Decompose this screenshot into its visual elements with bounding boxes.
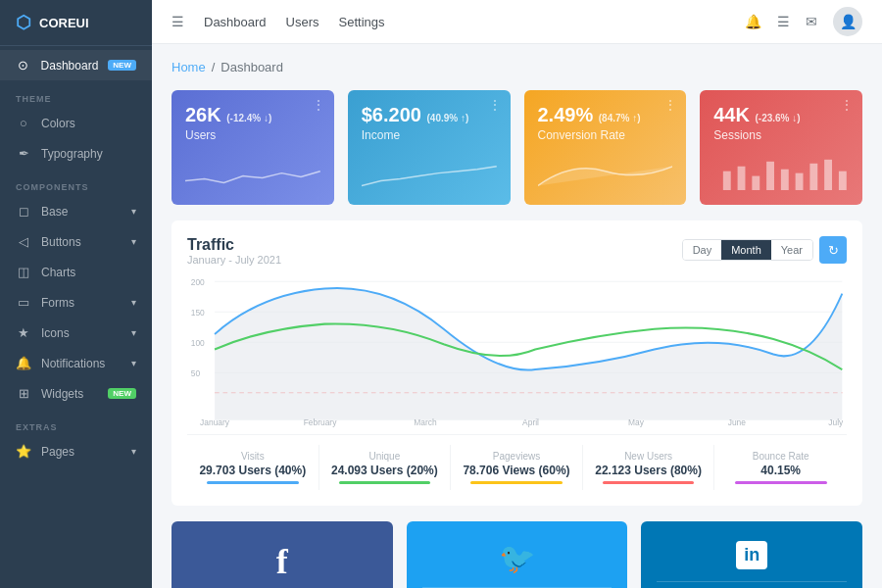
sidebar-item-base[interactable]: ◻ Base ▾ [0, 196, 152, 226]
nav-settings[interactable]: Settings [339, 15, 385, 29]
sidebar-charts-label: Charts [41, 266, 75, 279]
svg-text:April: April [522, 416, 539, 426]
sidebar-item-forms[interactable]: ▭ Forms ▾ [0, 287, 152, 318]
sidebar-dashboard-label: Dashboard [41, 59, 99, 73]
stat-card-users: ⋮ 26K (-12.4% ↓) Users [172, 90, 334, 205]
hamburger-icon[interactable]: ☰ [172, 14, 184, 29]
pageviews-value: 78.706 Views (60%) [451, 464, 582, 477]
widgets-badge: NEW [108, 388, 136, 399]
sidebar: ⬡ COREUI ⊙ Dashboard NEW THEME ○ Colors … [0, 0, 152, 588]
traffic-section: Traffic January - July 2021 Day Month Ye… [172, 220, 862, 506]
pageviews-label: Pageviews [451, 451, 582, 462]
list-icon[interactable]: ☰ [777, 14, 790, 29]
svg-text:50: 50 [191, 368, 200, 378]
sidebar-notifications-label: Notifications [41, 357, 105, 370]
traffic-chart: 200 150 100 50 [187, 273, 847, 430]
traffic-subtitle: January - July 2021 [187, 254, 281, 266]
year-button[interactable]: Year [771, 240, 812, 260]
sidebar-item-pages[interactable]: ⭐ Pages ▾ [0, 436, 152, 466]
buttons-arrow: ▾ [131, 236, 136, 247]
sidebar-colors-label: Colors [41, 117, 75, 130]
sidebar-item-widgets[interactable]: ⊞ Widgets NEW [0, 378, 152, 409]
sidebar-forms-label: Forms [41, 296, 74, 310]
svg-rect-2 [753, 176, 760, 191]
users-card-menu[interactable]: ⋮ [313, 98, 324, 112]
mail-icon[interactable]: ✉ [806, 14, 817, 29]
pages-arrow: ▾ [131, 446, 136, 457]
icons-arrow: ▾ [131, 327, 136, 338]
sidebar-icons-label: Icons [41, 326, 70, 340]
traffic-header: Traffic January - July 2021 Day Month Ye… [187, 236, 847, 266]
topnav-right: 🔔 ☰ ✉ 👤 [745, 7, 862, 36]
base-icon: ◻ [16, 204, 31, 219]
sidebar-item-charts[interactable]: ◫ Charts [0, 257, 152, 287]
day-button[interactable]: Day [683, 240, 722, 260]
stat-new-users: New Users 22.123 Users (80%) [583, 445, 715, 490]
sessions-card-menu[interactable]: ⋮ [841, 98, 853, 112]
sidebar-typography-label: Typography [41, 147, 103, 161]
stat-bounce-rate: Bounce Rate 40.15% [714, 445, 847, 490]
refresh-button[interactable]: ↻ [819, 236, 847, 264]
conversion-card-menu[interactable]: ⋮ [664, 98, 676, 112]
chart-stats: Visits 29.703 Users (40%) Unique 24.093 … [187, 434, 847, 490]
logo-icon: ⬡ [16, 12, 31, 33]
new-users-value: 22.123 Users (80%) [583, 464, 714, 477]
income-label: Income [362, 128, 497, 142]
income-card-menu[interactable]: ⋮ [489, 98, 501, 112]
sessions-value: 44K (-23.6% ↓) [713, 104, 849, 126]
base-arrow: ▾ [131, 206, 136, 217]
stat-unique: Unique 24.093 Users (20%) [319, 445, 452, 490]
bounce-rate-bar [735, 481, 827, 484]
sidebar-item-icons[interactable]: ★ Icons ▾ [0, 318, 152, 348]
forms-icon: ▭ [16, 295, 31, 310]
svg-rect-3 [766, 162, 774, 191]
content-area: Home / Dashboard ⋮ 26K (-12.4% ↓) Users … [152, 44, 882, 588]
sidebar-item-buttons[interactable]: ◁ Buttons ▾ [0, 226, 152, 257]
sidebar-pages-label: Pages [41, 445, 74, 459]
sidebar-item-colors[interactable]: ○ Colors [0, 108, 152, 138]
svg-rect-8 [839, 172, 847, 191]
linkedin-icon: in [736, 541, 767, 569]
sidebar-item-notifications[interactable]: 🔔 Notifications ▾ [0, 348, 152, 378]
charts-icon: ◫ [16, 265, 31, 279]
svg-text:March: March [414, 416, 436, 426]
bounce-rate-value: 40.15% [714, 464, 847, 477]
twitter-card: 🐦 973k Followers 1.792 Tweets [407, 521, 628, 588]
stat-cards: ⋮ 26K (-12.4% ↓) Users ⋮ $6.200 (40.9% ↑… [172, 90, 862, 205]
theme-section-title: THEME [0, 80, 152, 108]
traffic-title-area: Traffic January - July 2021 [187, 236, 281, 266]
nav-dashboard[interactable]: Dashboard [204, 15, 267, 29]
sessions-chart [713, 152, 849, 191]
income-value: $6.200 (40.9% ↑) [362, 104, 497, 126]
breadcrumb-home[interactable]: Home [172, 60, 206, 74]
svg-rect-4 [781, 170, 789, 191]
users-label: Users [185, 128, 320, 142]
linkedin-stats: 500+ Contacts 292 Feeds [657, 581, 847, 588]
new-users-bar [603, 481, 695, 484]
stat-card-sessions: ⋮ 44K (-23.6% ↓) Sessions [700, 90, 862, 205]
facebook-card: f 89k Friends 459 Feeds [172, 521, 393, 588]
avatar[interactable]: 👤 [833, 7, 862, 36]
stat-visits: Visits 29.703 Users (40%) [187, 445, 319, 490]
svg-text:150: 150 [191, 308, 205, 318]
month-button[interactable]: Month [721, 240, 771, 260]
bell-icon[interactable]: 🔔 [745, 14, 761, 29]
unique-bar [339, 481, 431, 484]
extras-section-title: EXTRAS [0, 409, 152, 436]
svg-rect-6 [810, 164, 818, 191]
components-section-title: COMPONENTS [0, 169, 152, 196]
sessions-label: Sessions [713, 128, 849, 142]
conversion-chart [538, 152, 673, 191]
sidebar-item-typography[interactable]: ✒ Typography [0, 138, 152, 169]
facebook-icon: f [276, 541, 288, 582]
sidebar-buttons-label: Buttons [41, 235, 81, 249]
nav-users[interactable]: Users [286, 15, 319, 29]
visits-value: 29.703 Users (40%) [187, 464, 318, 477]
stat-card-income: ⋮ $6.200 (40.9% ↑) Income [348, 90, 511, 205]
sidebar-item-dashboard[interactable]: ⊙ Dashboard NEW [0, 50, 152, 80]
income-chart [362, 152, 497, 191]
breadcrumb-current: Dashboard [220, 60, 283, 74]
svg-text:January: January [200, 416, 229, 426]
conversion-label: Conversion Rate [538, 128, 673, 142]
icons-icon: ★ [16, 325, 31, 340]
